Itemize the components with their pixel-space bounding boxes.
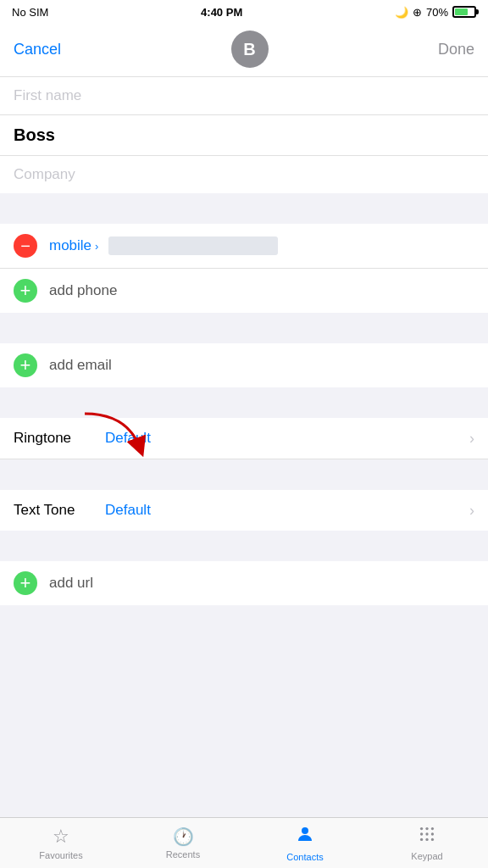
favourites-label: Favourites (39, 850, 82, 860)
recents-icon: 🕐 (173, 826, 194, 847)
battery-fill (455, 8, 468, 15)
cancel-button[interactable]: Cancel (14, 41, 61, 58)
svg-point-9 (425, 838, 428, 841)
tab-contacts[interactable]: Contacts (244, 824, 366, 862)
contacts-label: Contacts (286, 852, 323, 862)
ringtone-value: Default (105, 430, 151, 447)
svg-point-4 (431, 827, 434, 830)
add-phone-label: add phone (49, 282, 117, 299)
name-section: First name Boss Company (0, 77, 488, 193)
recents-label: Recents (166, 849, 200, 860)
svg-point-8 (420, 838, 423, 841)
tab-favourites[interactable]: ☆ Favourites (0, 826, 122, 860)
text-tone-section: Text Tone Default › (0, 490, 488, 531)
remove-phone-button[interactable]: − (14, 234, 37, 258)
keypad-label: Keypad (411, 851, 442, 861)
gap-4 (0, 459, 488, 490)
mobile-label[interactable]: mobile › (49, 237, 98, 254)
status-bar: No SIM 4:40 PM 🌙 ⊕ 70% (0, 0, 488, 24)
text-tone-chevron-icon: › (469, 502, 474, 520)
contacts-icon (295, 824, 315, 849)
add-email-button[interactable]: + (14, 353, 37, 377)
add-url-button[interactable]: + (14, 571, 37, 595)
status-right: 🌙 ⊕ 70% (395, 6, 476, 19)
url-section: + add url (0, 561, 488, 605)
last-name-value: Boss (14, 125, 55, 144)
svg-point-1 (302, 827, 308, 834)
text-tone-value: Default (105, 502, 151, 519)
first-name-placeholder: First name (14, 87, 81, 103)
svg-point-6 (425, 832, 428, 835)
moon-icon: 🌙 (395, 6, 408, 19)
mobile-row[interactable]: − mobile › (0, 224, 488, 269)
add-phone-button[interactable]: + (14, 279, 37, 303)
ringtone-row[interactable]: Ringtone Default › (0, 418, 488, 459)
svg-point-2 (420, 827, 423, 830)
add-email-label: add email (49, 357, 112, 374)
phone-section: − mobile › + add phone (0, 224, 488, 313)
gap-2 (0, 313, 488, 343)
done-button[interactable]: Done (438, 41, 474, 58)
text-tone-row[interactable]: Text Tone Default › (0, 490, 488, 531)
tab-recents[interactable]: 🕐 Recents (122, 826, 244, 860)
network-icon: ⊕ (413, 6, 422, 19)
gap-1 (0, 193, 488, 224)
add-phone-row[interactable]: + add phone (0, 269, 488, 313)
add-url-row[interactable]: + add url (0, 561, 488, 605)
ringtone-chevron-icon: › (469, 430, 474, 448)
nav-bar: Cancel B Done (0, 24, 488, 77)
add-email-row[interactable]: + add email (0, 343, 488, 387)
carrier-label: No SIM (12, 6, 48, 19)
gap-6 (0, 605, 488, 636)
tab-keypad[interactable]: Keypad (366, 825, 488, 861)
gap-5 (0, 531, 488, 561)
battery-percent: 70% (426, 6, 448, 19)
svg-point-7 (431, 832, 434, 835)
tab-bar: ☆ Favourites 🕐 Recents Contacts Keypad (0, 817, 488, 868)
mobile-chevron-icon: › (95, 240, 98, 253)
svg-point-3 (425, 827, 428, 830)
company-placeholder: Company (14, 166, 75, 182)
ringtone-section: Ringtone Default › (0, 418, 488, 459)
keypad-icon (418, 825, 436, 849)
email-section: + add email (0, 343, 488, 387)
battery-icon (452, 6, 476, 18)
add-url-label: add url (49, 575, 93, 592)
favourites-icon: ☆ (53, 826, 69, 848)
company-field[interactable]: Company (0, 156, 488, 193)
gap-3 (0, 387, 488, 418)
svg-point-5 (420, 832, 423, 835)
svg-point-10 (431, 838, 434, 841)
first-name-field[interactable]: First name (0, 77, 488, 115)
avatar: B (231, 31, 269, 68)
time-label: 4:40 PM (201, 6, 242, 19)
ringtone-label: Ringtone (14, 430, 98, 447)
last-name-field[interactable]: Boss (0, 115, 488, 156)
text-tone-label: Text Tone (14, 502, 98, 519)
phone-input[interactable] (108, 236, 278, 255)
